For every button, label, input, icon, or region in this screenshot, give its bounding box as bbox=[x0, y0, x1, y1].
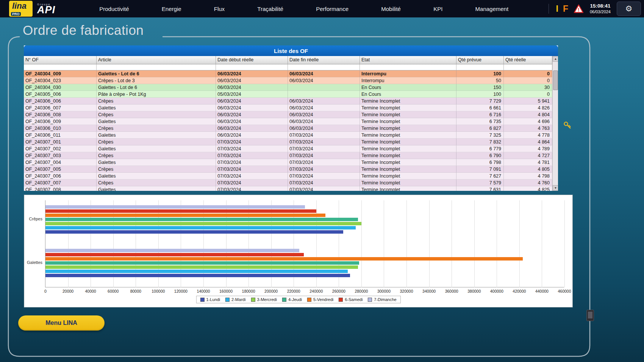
table-row[interactable]: OF_240304_023Crêpes - Lot de 306/03/2024… bbox=[24, 77, 552, 84]
x-tick-label: 340000 bbox=[420, 289, 439, 293]
cell: 07/03/2024 bbox=[288, 159, 360, 166]
cell: 06/03/2024 bbox=[216, 70, 288, 77]
api-logo: Groupe API bbox=[37, 3, 55, 14]
legend-swatch bbox=[339, 298, 343, 302]
nav-item-mobilite[interactable]: Mobilité bbox=[381, 6, 401, 12]
gridline bbox=[452, 200, 452, 287]
key-icon[interactable] bbox=[563, 120, 573, 130]
cell: Crêpes bbox=[97, 152, 216, 159]
page-title: Ordre de fabrication bbox=[23, 23, 144, 38]
filter-cell[interactable] bbox=[288, 64, 360, 70]
table-row[interactable]: OF_240304_030Galettes - Lot de 606/03/20… bbox=[24, 84, 552, 91]
cell: 07/03/2024 bbox=[216, 186, 288, 191]
table-row[interactable]: OF_240307_006Galettes07/03/202407/03/202… bbox=[24, 173, 552, 179]
cell: OF_240306_009 bbox=[24, 118, 97, 125]
nav-item-performance[interactable]: Performance bbox=[316, 6, 349, 12]
table-row[interactable]: OF_240307_008Galettes07/03/202407/03/202… bbox=[24, 186, 552, 191]
col-header[interactable]: Qté réelle bbox=[504, 56, 552, 64]
table-row[interactable]: OF_240307_001Crêpes07/03/202407/03/2024T… bbox=[24, 139, 552, 145]
table-scrollbar[interactable]: ▲ ▼ bbox=[552, 56, 558, 191]
table-row[interactable]: OF_240306_009Galettes06/03/202406/03/202… bbox=[24, 118, 552, 125]
clock-date: 06/03/2024 bbox=[590, 9, 611, 15]
table-row[interactable]: OF_240304_009Galettes - Lot de 606/03/20… bbox=[24, 70, 552, 77]
indicator-i[interactable]: I bbox=[556, 4, 558, 14]
alert-warning-icon[interactable]: ! bbox=[574, 4, 584, 13]
scroll-thumb[interactable] bbox=[553, 70, 558, 90]
cell: 07/03/2024 bbox=[216, 152, 288, 159]
scroll-down-arrow[interactable]: ▼ bbox=[553, 185, 558, 191]
indicator-f[interactable]: F bbox=[563, 4, 568, 14]
nav-item-energie[interactable]: Energie bbox=[162, 6, 181, 12]
legend-label: 5-Vendredi bbox=[313, 297, 333, 302]
cell: 06/03/2024 bbox=[216, 84, 288, 91]
x-tick-label: 20000 bbox=[59, 289, 78, 293]
table-row[interactable]: OF_240307_005Crêpes07/03/202407/03/2024T… bbox=[24, 166, 552, 173]
cell: 07/03/2024 bbox=[288, 186, 360, 191]
cell: Termine Incomplet bbox=[360, 145, 456, 152]
cell: Crêpes bbox=[97, 166, 216, 173]
col-header[interactable]: N° OF bbox=[24, 56, 97, 64]
col-header[interactable]: Date fin réelle bbox=[288, 56, 360, 64]
legend-swatch bbox=[225, 298, 230, 302]
nav-item-productivite[interactable]: Productivité bbox=[99, 6, 129, 12]
nav-item-management[interactable]: Management bbox=[475, 6, 509, 12]
cell: 06/03/2024 bbox=[216, 132, 288, 139]
legend-swatch bbox=[368, 298, 372, 302]
legend-label: 6-Samedi bbox=[345, 297, 363, 302]
mobile-device-icon[interactable] bbox=[586, 310, 594, 321]
cell: OF_240304_030 bbox=[24, 84, 97, 91]
cell: 7 729 bbox=[456, 98, 504, 105]
table-row[interactable]: OF_240306_006Crêpes06/03/202406/03/2024T… bbox=[24, 98, 552, 105]
table-row[interactable]: OF_240307_004Galettes07/03/202407/03/202… bbox=[24, 159, 552, 166]
cell: Crêpes bbox=[97, 125, 216, 132]
cell: OF_240306_007 bbox=[24, 105, 97, 111]
cell: 07/03/2024 bbox=[288, 139, 360, 145]
bar-crepes-3-mercredi bbox=[45, 222, 361, 225]
legend-swatch bbox=[282, 298, 286, 302]
table-row[interactable]: OF_240305_006Pâte à crêpe - Pot 1Kg05/03… bbox=[24, 91, 552, 98]
cell: 4 696 bbox=[504, 118, 552, 125]
bar-galettes-4-jeudi bbox=[45, 261, 359, 265]
filter-cell[interactable] bbox=[360, 64, 456, 70]
bar-crepes-6-samedi bbox=[45, 209, 316, 213]
x-tick-label: 180000 bbox=[239, 289, 258, 293]
col-header[interactable]: Qté prévue bbox=[456, 56, 504, 64]
cell: 07/03/2024 bbox=[216, 173, 288, 179]
scroll-up-arrow[interactable]: ▲ bbox=[553, 56, 558, 62]
cell: 07/03/2024 bbox=[216, 139, 288, 145]
cell: 07/03/2024 bbox=[288, 173, 360, 179]
table-row[interactable]: OF_240306_007Galettes06/03/202406/03/202… bbox=[24, 105, 552, 111]
cell: Termine Incomplet bbox=[360, 159, 456, 166]
col-header[interactable]: Etat bbox=[360, 56, 456, 64]
menu-lina-button[interactable]: Menu LINA bbox=[18, 315, 105, 331]
x-tick-label: 440000 bbox=[532, 289, 551, 293]
nav-item-flux[interactable]: Flux bbox=[214, 6, 225, 12]
table-row[interactable]: OF_240306_010Crêpes06/03/202406/03/2024T… bbox=[24, 125, 552, 132]
cell: 4 826 bbox=[504, 105, 552, 111]
table-row[interactable]: OF_240307_002Galettes07/03/202407/03/202… bbox=[24, 145, 552, 152]
of-table-body: OF_240304_009Galettes - Lot de 606/03/20… bbox=[24, 70, 552, 191]
table-row[interactable]: OF_240307_003Crêpes07/03/202407/03/2024T… bbox=[24, 152, 552, 159]
filter-cell[interactable] bbox=[456, 64, 504, 70]
nav-item-tracabilite[interactable]: Traçabilité bbox=[257, 6, 283, 12]
col-header[interactable]: Date début réelle bbox=[216, 56, 288, 64]
legend-label: 3-Mercredi bbox=[257, 297, 277, 302]
x-tick-label: 280000 bbox=[352, 289, 371, 293]
cell: OF_240307_001 bbox=[24, 139, 97, 145]
cell: 6 827 bbox=[456, 125, 504, 132]
settings-button[interactable]: ⚙ bbox=[617, 2, 641, 16]
filter-cell[interactable] bbox=[504, 64, 552, 70]
col-header[interactable]: Article bbox=[97, 56, 216, 64]
cell: En Cours bbox=[360, 84, 456, 91]
x-tick-label: 460000 bbox=[555, 289, 574, 293]
table-row[interactable]: OF_240307_007Crêpes07/03/202407/03/2024T… bbox=[24, 179, 552, 186]
table-row[interactable]: OF_240306_011Galettes06/03/202407/03/202… bbox=[24, 132, 552, 139]
filter-cell[interactable] bbox=[24, 64, 97, 70]
gridline bbox=[361, 200, 362, 287]
nav-item-kpi[interactable]: KPI bbox=[433, 6, 442, 12]
app-root: lina PRO Groupe API ProductivitéEnergieF… bbox=[0, 0, 644, 362]
filter-cell[interactable] bbox=[216, 64, 288, 70]
mobile-device-screen bbox=[588, 312, 592, 318]
table-row[interactable]: OF_240306_008Crêpes06/03/202406/03/2024T… bbox=[24, 111, 552, 118]
filter-cell[interactable] bbox=[97, 64, 216, 70]
